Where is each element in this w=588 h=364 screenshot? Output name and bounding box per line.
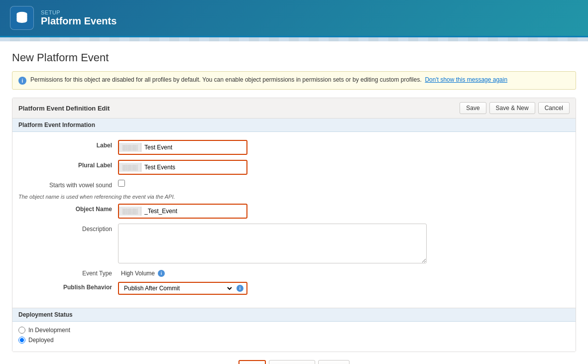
event-type-label: Event Type	[18, 270, 118, 277]
plural-label-input[interactable]	[141, 161, 246, 174]
plural-label-field-wrapper: ░░░░	[118, 160, 247, 175]
main-content: New Platform Event i Permissions for thi…	[0, 41, 588, 364]
label-prefix: ░░░░	[119, 143, 141, 152]
database-icon	[15, 11, 29, 25]
object-name-label: Object Name	[18, 204, 118, 213]
setup-label: SETUP	[41, 9, 117, 15]
info-banner-text: Permissions for this object are disabled…	[30, 76, 507, 83]
definition-edit-title: Platform Event Definition Edit	[18, 105, 110, 112]
vowel-sound-row: Starts with vowel sound	[18, 180, 570, 189]
platform-event-info-header: Platform Event Information	[12, 119, 576, 132]
platform-event-info-body: Label ░░░░ Plural Label	[12, 132, 576, 308]
cancel-button-top[interactable]: Cancel	[538, 102, 570, 114]
deployed-label: Deployed	[28, 337, 54, 344]
save-button-top[interactable]: Save	[460, 102, 486, 114]
save-new-button-top[interactable]: Save & New	[489, 102, 535, 114]
definition-edit-header: Platform Event Definition Edit Save Save…	[12, 98, 576, 119]
in-development-radio[interactable]	[18, 327, 25, 334]
description-row: Description	[18, 224, 570, 265]
header-page-title: Platform Events	[41, 15, 117, 27]
deployed-radio[interactable]	[18, 337, 25, 344]
publish-behavior-select[interactable]: Publish After Commit Publish Immediately	[122, 284, 234, 292]
in-development-row: In Development	[18, 327, 570, 334]
decorative-bar	[0, 37, 588, 41]
in-development-label: In Development	[28, 327, 70, 334]
info-icon: i	[18, 77, 26, 85]
cancel-button-bottom[interactable]: Cancel	[318, 360, 350, 364]
definition-edit-buttons: Save Save & New Cancel	[460, 102, 570, 114]
deployment-status-sub: Deployment Status In Development Deploye…	[12, 308, 576, 352]
object-name-field-wrapper: ░░░░	[118, 204, 247, 219]
description-label: Description	[18, 224, 118, 233]
plural-label-row: Plural Label ░░░░	[18, 160, 570, 175]
app-header-text: SETUP Platform Events	[41, 9, 117, 27]
deployment-status-body: In Development Deployed	[12, 322, 576, 352]
label-input[interactable]	[141, 141, 246, 154]
save-new-button-bottom[interactable]: Save & New	[269, 360, 315, 364]
object-name-hint: The object name is used when referencing…	[18, 194, 570, 200]
publish-behavior-row: Publish Behavior Publish After Commit Pu…	[18, 282, 570, 295]
object-name-input[interactable]	[141, 205, 246, 218]
platform-event-info-sub: Platform Event Information Label ░░░░	[12, 119, 576, 308]
publish-behavior-wrapper: Publish After Commit Publish Immediately…	[118, 282, 247, 295]
event-type-row: Event Type High Volume i	[18, 270, 570, 277]
definition-edit-section: Platform Event Definition Edit Save Save…	[12, 98, 576, 352]
deployed-row: Deployed	[18, 337, 570, 344]
app-icon	[10, 6, 34, 30]
description-input[interactable]	[118, 224, 427, 263]
publish-behavior-info-icon[interactable]: i	[236, 285, 243, 292]
vowel-sound-label: Starts with vowel sound	[18, 180, 118, 189]
save-button-bottom[interactable]: Save	[238, 360, 266, 364]
info-banner: i Permissions for this object are disabl…	[12, 71, 576, 90]
plural-label-prefix: ░░░░	[119, 163, 141, 172]
event-type-value: High Volume	[121, 270, 155, 277]
label-field-wrapper: ░░░░	[118, 140, 247, 155]
object-name-row: Object Name ░░░░	[18, 204, 570, 219]
dont-show-link[interactable]: Don't show this message again	[425, 76, 507, 83]
object-name-prefix: ░░░░	[119, 207, 141, 216]
label-field-label: Label	[18, 140, 118, 149]
event-type-info-icon[interactable]: i	[158, 270, 165, 277]
bottom-buttons: Save Save & New Cancel	[12, 352, 576, 364]
app-header: SETUP Platform Events	[0, 0, 588, 37]
publish-behavior-label: Publish Behavior	[18, 282, 118, 291]
vowel-sound-checkbox[interactable]	[118, 180, 125, 187]
deployment-status-header: Deployment Status	[12, 308, 576, 322]
label-row: Label ░░░░	[18, 140, 570, 155]
plural-label-field-label: Plural Label	[18, 160, 118, 169]
page-title: New Platform Event	[12, 51, 576, 64]
